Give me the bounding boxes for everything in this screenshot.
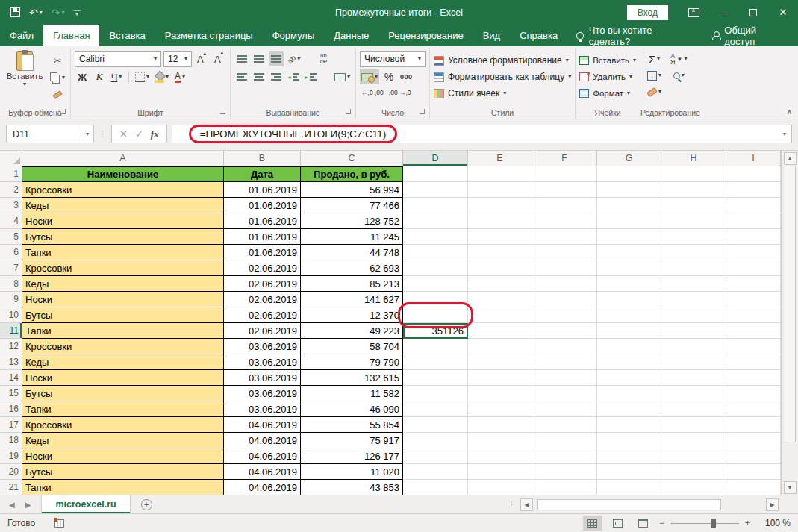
cell-B6[interactable]: 01.06.2019 xyxy=(224,245,301,260)
cell-F8[interactable] xyxy=(532,276,597,292)
cell-C8[interactable]: 85 213 xyxy=(301,276,403,292)
zoom-slider[interactable] xyxy=(670,523,739,524)
cell-D15[interactable] xyxy=(403,386,468,401)
cell-C21[interactable]: 43 853 xyxy=(301,480,403,495)
new-sheet-button[interactable]: + xyxy=(131,495,163,513)
cell-A5[interactable]: Бутсы xyxy=(22,229,224,245)
column-header-E[interactable]: E xyxy=(468,151,532,166)
cell-G4[interactable] xyxy=(597,213,661,229)
alignment-dialog-launcher-icon[interactable] xyxy=(346,109,352,116)
cell-F14[interactable] xyxy=(532,370,597,386)
cell-E20[interactable] xyxy=(468,464,532,480)
cell[interactable] xyxy=(468,166,532,182)
cell-G14[interactable] xyxy=(597,370,661,386)
scroll-left-icon[interactable]: ◀ xyxy=(520,498,533,511)
save-icon[interactable] xyxy=(10,7,20,17)
cell-G7[interactable] xyxy=(597,260,661,276)
cell-styles-button[interactable]: Стили ячеек▾ xyxy=(434,85,571,101)
fill-icon[interactable]: ↓▾ xyxy=(646,68,663,83)
cell-F12[interactable] xyxy=(532,339,597,354)
cell-A11[interactable]: Тапки xyxy=(22,323,224,339)
cell-F7[interactable] xyxy=(532,260,597,276)
cell-H14[interactable] xyxy=(661,370,726,386)
row-header-5[interactable]: 5 xyxy=(0,229,22,245)
sheet-tab-microexcel[interactable]: microexcel.ru xyxy=(41,495,130,513)
cell-H15[interactable] xyxy=(661,386,726,401)
cell[interactable] xyxy=(597,166,661,182)
row-header-3[interactable]: 3 xyxy=(0,198,22,213)
cell-C19[interactable]: 126 177 xyxy=(301,448,403,464)
cell-G17[interactable] xyxy=(597,417,661,433)
cell-B4[interactable]: 01.06.2019 xyxy=(224,213,301,229)
cell-F16[interactable] xyxy=(532,401,597,417)
cell-C17[interactable]: 55 854 xyxy=(301,417,403,433)
header-cell[interactable]: Дата xyxy=(224,166,301,182)
font-color-icon[interactable]: А▾ xyxy=(172,69,187,84)
cell-C3[interactable]: 77 466 xyxy=(301,198,403,213)
cell-B19[interactable]: 04.06.2019 xyxy=(224,448,301,464)
cell-D12[interactable] xyxy=(403,339,468,354)
zoom-level[interactable]: 100 % xyxy=(756,518,791,528)
vertical-scroll-thumb[interactable] xyxy=(785,166,796,442)
fill-handle[interactable] xyxy=(465,336,468,339)
cell-C5[interactable]: 11 245 xyxy=(301,229,403,245)
cell-C10[interactable]: 12 370 xyxy=(301,307,403,323)
cell-A6[interactable]: Тапки xyxy=(22,245,224,260)
cell-C9[interactable]: 141 627 xyxy=(301,292,403,307)
row-header-20[interactable]: 20 xyxy=(0,464,22,480)
cell-A8[interactable]: Кеды xyxy=(22,276,224,292)
cell-E8[interactable] xyxy=(468,276,532,292)
align-left-icon[interactable] xyxy=(234,69,249,84)
cell-I11[interactable] xyxy=(726,323,781,339)
copy-icon[interactable]: ▾ xyxy=(49,70,66,85)
cell-E10[interactable] xyxy=(468,307,532,323)
cell-B21[interactable]: 04.06.2019 xyxy=(224,480,301,495)
row-header-1[interactable]: 1 xyxy=(0,166,22,182)
cell-F21[interactable] xyxy=(532,480,597,495)
cell-F3[interactable] xyxy=(532,198,597,213)
column-header-I[interactable]: I xyxy=(726,151,781,166)
borders-icon[interactable]: ▾ xyxy=(134,69,151,84)
merge-center-icon[interactable]: ↔▾ xyxy=(333,69,352,84)
increase-indent-icon[interactable]: ▸ xyxy=(303,69,318,84)
cell-E9[interactable] xyxy=(468,292,532,307)
row-header-17[interactable]: 17 xyxy=(0,417,22,433)
undo-icon[interactable]: ↶▾ xyxy=(29,7,43,19)
cell-E12[interactable] xyxy=(468,339,532,354)
cell-D6[interactable] xyxy=(403,245,468,260)
cell-C16[interactable]: 46 090 xyxy=(301,401,403,417)
column-header-H[interactable]: H xyxy=(661,151,726,166)
cell-E17[interactable] xyxy=(468,417,532,433)
comma-style-icon[interactable]: 000 xyxy=(399,69,414,84)
cell-D8[interactable] xyxy=(403,276,468,292)
cell-A4[interactable]: Носки xyxy=(22,213,224,229)
cell-D5[interactable] xyxy=(403,229,468,245)
cell-E15[interactable] xyxy=(468,386,532,401)
cell-H17[interactable] xyxy=(661,417,726,433)
cell-A19[interactable]: Носки xyxy=(22,448,224,464)
cell-F13[interactable] xyxy=(532,354,597,370)
cell-F20[interactable] xyxy=(532,464,597,480)
cell-C7[interactable]: 62 693 xyxy=(301,260,403,276)
cell-E4[interactable] xyxy=(468,213,532,229)
format-painter-icon[interactable] xyxy=(49,87,66,102)
cell-D10[interactable] xyxy=(403,307,468,323)
tabs-resize-handle[interactable]: ⋮ xyxy=(508,501,516,508)
minimize-button[interactable]: — xyxy=(708,0,738,25)
cell-D19[interactable] xyxy=(403,448,468,464)
cell-D11[interactable]: 351126 xyxy=(403,323,468,339)
cell-I15[interactable] xyxy=(726,386,781,401)
cell[interactable] xyxy=(726,166,781,182)
page-break-view-icon[interactable] xyxy=(634,516,653,531)
underline-button[interactable]: Ч▾ xyxy=(109,69,124,84)
sign-in-button[interactable]: Вход xyxy=(627,5,668,20)
cell-C15[interactable]: 11 582 xyxy=(301,386,403,401)
cell-E11[interactable] xyxy=(468,323,532,339)
font-dialog-launcher-icon[interactable] xyxy=(220,109,227,116)
cell-H16[interactable] xyxy=(661,401,726,417)
column-header-D[interactable]: D xyxy=(403,151,468,166)
zoom-slider-thumb[interactable] xyxy=(711,519,716,528)
cell-B10[interactable]: 02.06.2019 xyxy=(224,307,301,323)
delete-cells-button[interactable]: Удалить▾ xyxy=(579,69,636,85)
cell-D17[interactable] xyxy=(403,417,468,433)
